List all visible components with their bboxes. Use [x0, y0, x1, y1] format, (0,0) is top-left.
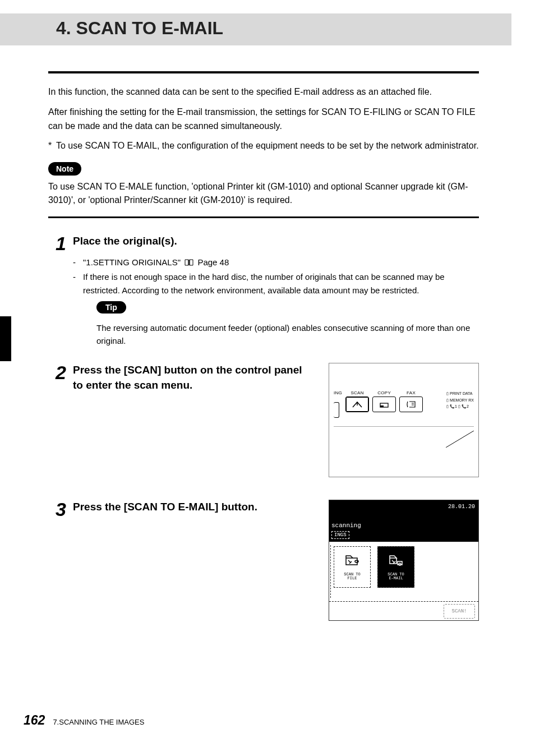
intro-paragraph-2: After finishing the setting for the E-ma…	[48, 105, 479, 133]
book-icon	[185, 256, 193, 269]
step-item-suffix: Page 48	[197, 257, 229, 267]
page-footer: 162 7.SCANNING THE IMAGES	[24, 713, 144, 728]
panel-label-copy: COPY	[372, 390, 396, 395]
panel-label-scan: SCAN	[345, 390, 369, 395]
step-item-prefix: "1.SETTING ORIGINALS"	[83, 257, 181, 267]
panel-cut-button	[334, 402, 339, 418]
note-text: To use SCAN TO E-MALE function, 'optiona…	[48, 180, 479, 208]
step-number: 1	[48, 234, 73, 253]
step-number: 3	[48, 500, 73, 519]
panel-fax-button[interactable]	[399, 397, 423, 412]
screen-left-border	[330, 545, 331, 598]
screen-date: 28.01.20	[331, 503, 475, 510]
panel-callout-line	[446, 431, 474, 448]
step-item: - "1.SETTING ORIGINALS" Page 48	[73, 256, 479, 270]
footer-chapter-title: 7.SCANNING THE IMAGES	[53, 718, 144, 726]
scan-execute-button[interactable]: SCAN!	[444, 604, 475, 619]
divider-top	[48, 71, 479, 73]
dash-icon: -	[73, 270, 83, 297]
panel-led-indicators: ▯ PRINT DATA ▯ MEMORY RX ▯ 📞1 ▯ 📞2	[446, 390, 474, 409]
scan-to-email-button[interactable]: SCAN TO E-MAIL	[377, 546, 414, 588]
touch-screen-figure: 28.01.20 scanning INGS SCAN TO FILE	[329, 500, 479, 621]
intro-bullet: * To use SCAN TO E-MAIL, the configurati…	[48, 139, 479, 153]
control-panel-figure: ING SCAN COPY	[329, 363, 479, 477]
tip-text: The reversing automatic document feeder …	[96, 321, 479, 348]
scan-to-file-button[interactable]: SCAN TO FILE	[334, 546, 371, 588]
step-heading: Press the [SCAN TO E-MAIL] button.	[73, 500, 314, 515]
scan-to-email-label: SCAN TO E-MAIL	[388, 573, 404, 581]
screen-ings-button[interactable]: INGS	[331, 531, 349, 539]
intro-bullet-text: To use SCAN TO E-MAIL, the configuration…	[56, 139, 479, 153]
chapter-header: 4. SCAN TO E-MAIL	[0, 13, 511, 45]
step-item-text: If there is not enough space in the hard…	[83, 270, 479, 297]
step-number: 2	[48, 363, 73, 382]
step-heading: Place the original(s).	[73, 234, 479, 249]
intro-paragraph-1: In this function, the scanned data can b…	[48, 85, 479, 99]
step-item: - If there is not enough space in the ha…	[73, 270, 479, 297]
scan-to-file-label: SCAN TO FILE	[344, 573, 360, 581]
step-1: 1 Place the original(s). - "1.SETTING OR…	[48, 234, 479, 351]
panel-copy-button[interactable]	[372, 397, 396, 412]
panel-divider	[334, 426, 474, 427]
panel-label-fax: FAX	[399, 390, 423, 395]
chapter-title: 4. SCAN TO E-MAIL	[24, 18, 488, 39]
step-3-row: 3 Press the [SCAN TO E-MAIL] button. 28.…	[48, 500, 479, 621]
step-2-row: 2 Press the [SCAN] button on the control…	[48, 363, 479, 477]
dash-icon: -	[73, 256, 83, 270]
scan-file-icon	[344, 554, 361, 570]
svg-line-2	[446, 431, 474, 448]
page-number: 162	[24, 713, 45, 728]
panel-scan-button[interactable]	[345, 397, 369, 412]
tip-badge: Tip	[96, 301, 126, 314]
scan-email-icon	[388, 554, 404, 570]
asterisk-icon: *	[48, 139, 56, 153]
step-heading: Press the [SCAN] button on the control p…	[73, 363, 314, 393]
side-tab-marker	[0, 316, 11, 361]
svg-rect-1	[380, 405, 384, 407]
panel-label-ing: ING	[334, 390, 342, 395]
screen-status-text: scanning	[331, 510, 475, 529]
note-badge: Note	[48, 162, 81, 176]
divider-bottom	[48, 216, 479, 218]
